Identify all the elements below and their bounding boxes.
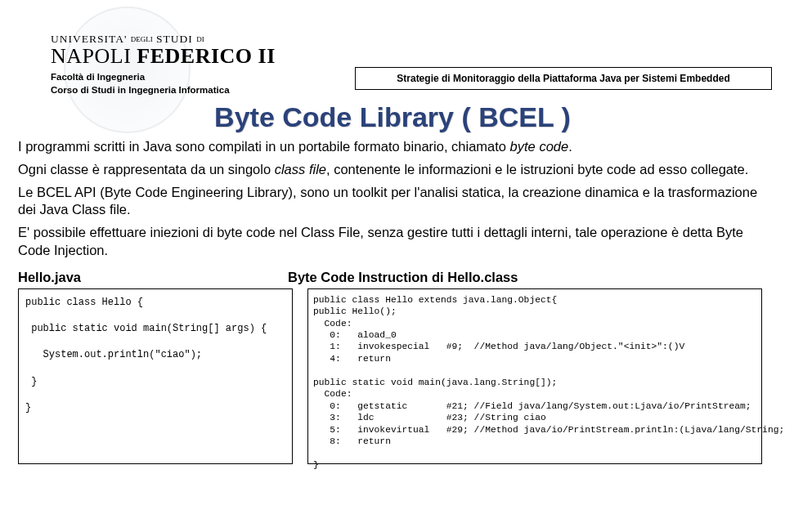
code-right-text: public class Hello extends java.lang.Obj… [313,295,785,470]
p2-em: class file [275,162,326,177]
code-caption-left: Hello.java [18,270,288,285]
code-box-left: public class Hello { public static void … [18,288,293,464]
paragraph-1: I programmi scritti in Java sono compila… [18,138,767,156]
university-name-main: NAPOLI FEDERICO II [51,44,276,69]
uni-top-small2: DI [196,35,204,43]
code-row: public class Hello { public static void … [18,288,775,464]
paragraph-4: E' possibile effettuare iniezioni di byt… [18,224,767,260]
uni-main-a: NAPOLI [51,44,131,68]
header-strategy-box: Strategie di Monitoraggio della Piattafo… [355,67,772,90]
paragraph-2: Ogni classe è rappresentata da un singol… [18,161,767,179]
faculty-label: Facoltà di Ingegneria [51,71,230,84]
slide-header: UNIVERSITA' DEGLI STUDI DI NAPOLI FEDERI… [0,0,785,90]
header-left-captions: Facoltà di Ingegneria Corso di Studi in … [51,71,230,96]
code-box-right: public class Hello extends java.lang.Obj… [307,288,762,464]
paragraph-3: Le BCEL API (Byte Code Engineering Libra… [18,184,767,220]
uni-main-b: FEDERICO II [137,44,275,68]
strategy-text: Strategie di Monitoraggio della Piattafo… [397,73,729,84]
p2-b: , contenente le informazioni e le istruz… [326,162,748,177]
university-name: UNIVERSITA' DEGLI STUDI DI NAPOLI FEDERI… [51,33,276,69]
uni-top-a: UNIVERSITA' [51,33,131,45]
course-label: Corso di Studi in Ingegneria Informatica [51,84,230,97]
p1-em: byte code [510,139,569,154]
university-crest [64,7,191,133]
p1-a: I programmi scritti in Java sono compila… [18,139,510,154]
code-left-text: public class Hello { public static void … [25,297,267,414]
p1-b: . [568,139,572,154]
slide-body: I programmi scritti in Java sono compila… [18,138,767,260]
p2-a: Ogni classe è rappresentata da un singol… [18,162,275,177]
uni-top-small1: DEGLI [131,35,153,43]
code-caption-right: Byte Code Instruction di Hello.class [288,270,518,285]
uni-top-mid: STUDI [153,33,197,45]
code-captions: Hello.java Byte Code Instruction di Hell… [18,270,767,285]
